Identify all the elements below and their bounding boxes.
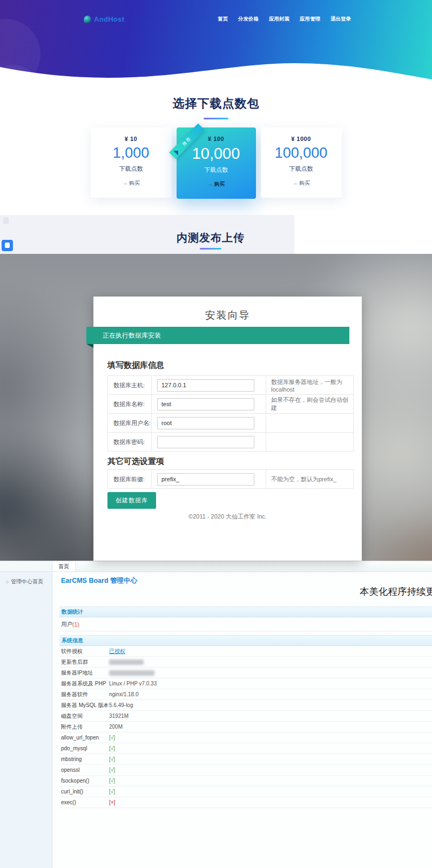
db-section-heading: 填写数据库信息 (107, 360, 164, 371)
install-status-bar: 正在执行数据库安装 (86, 327, 349, 344)
buy-link[interactable]: → 购买 (261, 179, 342, 187)
status-bar-fold (86, 344, 93, 348)
sysinfo-row-openssl: openssl [√] (59, 765, 432, 776)
sysinfo-row-disk-space: 磁盘空间 31921M (59, 711, 432, 722)
hero-header: AndHost 首页 分发价格 应用封装 应用管理 退出登录 (0, 0, 432, 81)
row-label: 服务器 MySQL 版本 (61, 702, 109, 709)
sysinfo-row-server-ip: 服务器IP地址 (59, 668, 432, 678)
check-ok: [√] (109, 778, 115, 784)
redacted-value (109, 670, 154, 676)
card-price: ¥ 1000 (261, 136, 342, 142)
check-ok: [√] (109, 735, 115, 741)
user-label[interactable]: 用户 (61, 621, 72, 628)
pricing-card-100-featured[interactable]: 推荐 ¥ 100 10,000 下载点数 → 购买 (177, 127, 256, 199)
card-unit: 下载点数 (177, 166, 256, 174)
sysinfo-row-support-group: 更新售后群 (59, 657, 432, 668)
field-label: 数据库名称: (108, 395, 152, 413)
row-label: pdo_mysql (61, 745, 109, 751)
sysinfo-row-server-software: 服务器软件 nginx/1.18.0 (59, 689, 432, 700)
field-hint: 数据库服务器地址，一般为 localhost (266, 376, 353, 394)
row-label: openssl (61, 767, 109, 773)
pricing-card-1000[interactable]: ¥ 1000 100,000 下载点数 → 购买 (261, 127, 342, 198)
options-section-heading: 其它可选设置项 (107, 456, 164, 467)
form-row-db-prefix: 数据库前缀: 不能为空，默认为prefix_ (107, 470, 354, 489)
row-value: Linux / PHP v7.0.33 (109, 681, 157, 687)
row-label: fsockopen() (61, 778, 109, 784)
sysinfo-row-mysql-version: 服务器 MySQL 版本 5.6.49-log (59, 700, 432, 711)
create-database-button[interactable]: 创建数据库 (107, 492, 156, 509)
buy-link[interactable]: → 购买 (177, 180, 256, 188)
field-hint: 不能为空，默认为prefix_ (266, 470, 353, 488)
redacted-value (109, 660, 144, 665)
pricing-card-10[interactable]: ¥ 10 1,000 下载点数 → 购买 (91, 127, 172, 198)
buy-link[interactable]: → 购买 (91, 179, 172, 187)
sysinfo-row-pdo-mysql: pdo_mysql [√] (59, 743, 432, 754)
row-value: 31921M (109, 713, 129, 719)
form-row-db-user: 数据库用户名: (107, 414, 354, 433)
pricing-title: 选择下载点数包 (0, 81, 432, 112)
sidebar-item-label: 管理中心首页 (11, 578, 43, 586)
sysinfo-row-upload-limit: 附件上传 200M (59, 722, 432, 732)
field-label: 数据库主机: (108, 376, 152, 394)
row-label: 服务器系统及 PHP (61, 680, 109, 688)
row-value: 5.6.49-log (109, 702, 133, 708)
row-label: 服务器IP地址 (61, 669, 109, 677)
notice-marquee: 本美化程序持续更新 (360, 585, 432, 598)
check-ok: [√] (109, 745, 115, 751)
field-hint (266, 433, 353, 451)
row-label: 磁盘空间 (61, 712, 109, 720)
license-link[interactable]: 已授权 (109, 648, 125, 655)
admin-heading[interactable]: EarCMS Board 管理中心 (61, 576, 432, 586)
field-label: 数据库密码: (108, 433, 152, 451)
beta-title: 内测发布上传 (0, 231, 421, 245)
db-prefix-input[interactable] (157, 473, 254, 486)
options-form-table: 数据库前缀: 不能为空，默认为prefix_ (107, 469, 354, 489)
row-label: 附件上传 (61, 723, 109, 731)
row-label: 服务器软件 (61, 691, 109, 698)
beta-upload-section: 内测发布上传 (0, 215, 432, 254)
sysinfo-row-fsockopen: fsockopen() [√] (59, 776, 432, 786)
sysinfo-row-allow-url-fopen: allow_url_fopen [√] (59, 732, 432, 743)
row-label: curl_init() (61, 789, 109, 795)
row-label: 软件授权 (61, 648, 109, 655)
title-underline (204, 118, 228, 119)
sysinfo-row-os-php: 服务器系统及 PHP Linux / PHP v7.0.33 (59, 678, 432, 689)
sysinfo-row-exec: exec() [×] (59, 797, 432, 808)
row-value: nginx/1.18.0 (109, 691, 139, 697)
scroll-widget-icon (3, 217, 9, 224)
card-unit: 下载点数 (261, 165, 342, 173)
sysinfo-section-header: 系统信息 (59, 635, 432, 646)
user-count: (1) (72, 621, 79, 628)
admin-panel: 首页 管理中心首页 EarCMS Board 管理中心 本美化程序持续更新 数据… (0, 561, 432, 868)
tab-bar-spacer (0, 561, 52, 571)
check-fail: [×] (109, 799, 115, 805)
db-host-input[interactable] (157, 379, 254, 392)
field-label: 数据库前缀: (108, 470, 152, 488)
user-count-row: 用户 (1) (59, 617, 432, 631)
wave-shape (0, 1, 432, 81)
db-name-input[interactable] (157, 398, 254, 411)
row-value: 200M (109, 724, 123, 730)
install-wizard-card: 安装向导 正在执行数据库安装 填写数据库信息 数据库主机: 数据库服务器地址，一… (93, 297, 362, 561)
field-hint: 如果不存在，则会尝试自动创建 (266, 395, 353, 413)
wizard-title: 安装向导 (93, 308, 362, 322)
row-label: 更新售后群 (61, 658, 109, 666)
check-ok: [√] (109, 789, 115, 795)
check-ok: [√] (109, 767, 115, 773)
row-label: exec() (61, 799, 109, 805)
pricing-section: 选择下载点数包 ¥ 10 1,000 下载点数 → 购买 推荐 ¥ 100 10… (0, 81, 432, 215)
form-row-db-password: 数据库密码: (107, 433, 354, 452)
field-label: 数据库用户名: (108, 414, 152, 432)
db-user-input[interactable] (157, 417, 254, 429)
chat-float-button[interactable] (2, 240, 13, 251)
db-password-input[interactable] (157, 436, 254, 448)
tab-home[interactable]: 首页 (52, 561, 76, 571)
db-form-table: 数据库主机: 数据库服务器地址，一般为 localhost 数据库名称: 如果不… (107, 375, 354, 452)
row-label: allow_url_fopen (61, 735, 109, 741)
admin-sidebar: 管理中心首页 (0, 572, 52, 868)
check-ok: [√] (109, 756, 115, 762)
ring-icon (6, 581, 9, 583)
card-unit: 下载点数 (91, 165, 172, 173)
form-row-db-name: 数据库名称: 如果不存在，则会尝试自动创建 (107, 395, 354, 414)
sidebar-item-admin-home[interactable]: 管理中心首页 (0, 578, 52, 586)
